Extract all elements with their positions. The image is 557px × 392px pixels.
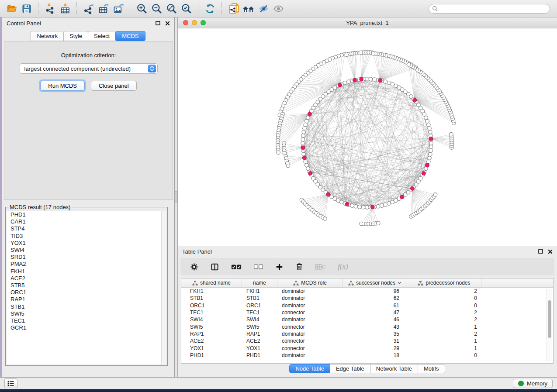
tab-edge-table[interactable]: Edge Table <box>330 364 370 373</box>
ring-node[interactable] <box>303 127 307 131</box>
mcds-result-item[interactable]: SRD1 <box>7 254 166 261</box>
leaf-node[interactable] <box>450 132 453 136</box>
tab-style[interactable]: Style <box>63 31 88 41</box>
export-network-icon[interactable] <box>81 2 96 15</box>
ring-node[interactable] <box>429 145 433 149</box>
leaf-node[interactable] <box>323 217 327 221</box>
ring-node[interactable] <box>428 127 432 131</box>
task-history-button[interactable] <box>4 378 17 388</box>
ring-node[interactable] <box>391 83 394 86</box>
table-row[interactable]: PHD1PHD1dominator180 <box>181 352 553 359</box>
ring-node[interactable] <box>358 205 362 209</box>
mcds-hub-node[interactable] <box>302 156 306 160</box>
ring-node[interactable] <box>384 203 387 207</box>
ring-node[interactable] <box>427 160 431 164</box>
table-row[interactable]: YOX1YOX1connector291 <box>181 344 553 351</box>
hide-selected-icon[interactable] <box>256 2 271 15</box>
column-header-predecessor-nodes[interactable]: predecessor nodes <box>407 279 481 287</box>
ring-node[interactable] <box>301 134 305 138</box>
deselect-all-icon[interactable] <box>253 264 263 269</box>
mcds-result-item[interactable]: PMA2 <box>7 261 166 268</box>
tab-network[interactable]: Network <box>31 31 64 41</box>
maximize-window-icon[interactable] <box>201 20 206 25</box>
table-scrollbar[interactable] <box>547 289 552 361</box>
mcds-hub-node[interactable] <box>353 78 357 82</box>
float-panel-icon[interactable] <box>156 21 160 25</box>
ring-node[interactable] <box>343 81 347 85</box>
ring-node[interactable] <box>429 149 433 153</box>
ring-node[interactable] <box>426 119 429 123</box>
table-row[interactable]: ACE2ACE2connector311 <box>181 337 553 344</box>
mcds-result-item[interactable]: STB5 <box>7 282 166 289</box>
mcds-result-item[interactable]: STB1 <box>7 303 166 310</box>
table-row[interactable]: STB1STB1dominator620 <box>181 295 553 302</box>
duplicate-network-icon[interactable] <box>226 2 241 15</box>
mcds-hub-node[interactable] <box>345 203 349 206</box>
ring-node[interactable] <box>376 204 380 208</box>
search-input[interactable] <box>429 4 550 14</box>
mcds-result-item[interactable]: ORC1 <box>7 289 166 296</box>
close-panel-icon[interactable] <box>165 21 170 26</box>
network-graph[interactable] <box>178 28 557 246</box>
mcds-hub-node[interactable] <box>308 112 312 116</box>
leaf-node[interactable] <box>277 151 280 155</box>
open-session-icon[interactable] <box>4 2 19 15</box>
tab-mcds[interactable]: MCDS <box>115 31 145 41</box>
mcds-list-scrollbar[interactable] <box>161 211 166 364</box>
add-column-icon[interactable] <box>275 263 284 271</box>
mcds-hub-node[interactable] <box>371 205 375 209</box>
select-all-icon[interactable] <box>231 264 242 270</box>
minimize-window-icon[interactable] <box>192 20 197 25</box>
leaf-node[interactable] <box>345 53 349 57</box>
leaf-node[interactable] <box>407 63 411 67</box>
mcds-result-item[interactable]: FKH1 <box>7 268 166 275</box>
mcds-result-item[interactable]: TID3 <box>7 233 166 240</box>
mcds-result-item[interactable]: STP4 <box>7 225 166 232</box>
export-table-icon[interactable] <box>96 2 111 15</box>
first-neighbors-icon[interactable] <box>241 2 256 15</box>
network-window-titlebar[interactable]: YPA_prune.txt_1 <box>178 17 557 28</box>
ring-node[interactable] <box>387 81 391 85</box>
mcds-hub-node[interactable] <box>422 172 426 175</box>
ring-node[interactable] <box>428 156 432 160</box>
ring-node[interactable] <box>347 80 351 84</box>
ring-node[interactable] <box>424 167 428 171</box>
ring-node[interactable] <box>305 119 309 123</box>
ring-node[interactable] <box>373 78 377 82</box>
leaf-node[interactable] <box>359 51 363 55</box>
ring-node[interactable] <box>384 80 387 84</box>
ring-node[interactable] <box>302 130 306 134</box>
mcds-hub-node[interactable] <box>378 79 382 83</box>
ring-node[interactable] <box>365 206 369 210</box>
column-header-name[interactable]: name <box>242 279 277 287</box>
export-image-icon[interactable] <box>111 2 126 15</box>
mcds-result-item[interactable]: TEC1 <box>7 317 166 324</box>
leaf-node[interactable] <box>433 193 437 197</box>
table-row[interactable]: SWI4SWI4dominator462 <box>181 316 553 323</box>
mcds-result-item[interactable]: CAR1 <box>7 218 166 225</box>
mcds-result-item[interactable]: GCR1 <box>7 324 166 331</box>
ring-node[interactable] <box>387 202 391 206</box>
mcds-hub-node[interactable] <box>400 195 404 199</box>
tab-motifs[interactable]: Motifs <box>418 364 445 373</box>
mcds-hub-node[interactable] <box>426 163 429 167</box>
zoom-in-icon[interactable] <box>135 2 149 15</box>
mcds-hub-node[interactable] <box>301 146 305 150</box>
mcds-result-item[interactable]: ACE2 <box>7 275 166 282</box>
ring-node[interactable] <box>339 200 343 204</box>
mcds-hub-node[interactable] <box>360 77 363 81</box>
delete-column-icon[interactable] <box>295 262 303 271</box>
leaf-node[interactable] <box>371 52 375 55</box>
ring-node[interactable] <box>354 204 358 208</box>
mcds-result-item[interactable]: SWI5 <box>7 310 166 317</box>
tab-node-table[interactable]: Node Table <box>289 364 330 373</box>
column-layout-icon[interactable] <box>210 263 219 271</box>
zoom-out-icon[interactable] <box>149 2 164 15</box>
mcds-hub-node[interactable] <box>413 98 417 102</box>
ring-node[interactable] <box>301 138 305 141</box>
close-window-icon[interactable] <box>183 20 188 25</box>
zoom-fit-icon[interactable] <box>164 2 179 15</box>
import-network-icon[interactable] <box>43 2 58 15</box>
ring-node[interactable] <box>301 141 305 145</box>
mcds-result-item[interactable]: PHD1 <box>7 211 166 218</box>
